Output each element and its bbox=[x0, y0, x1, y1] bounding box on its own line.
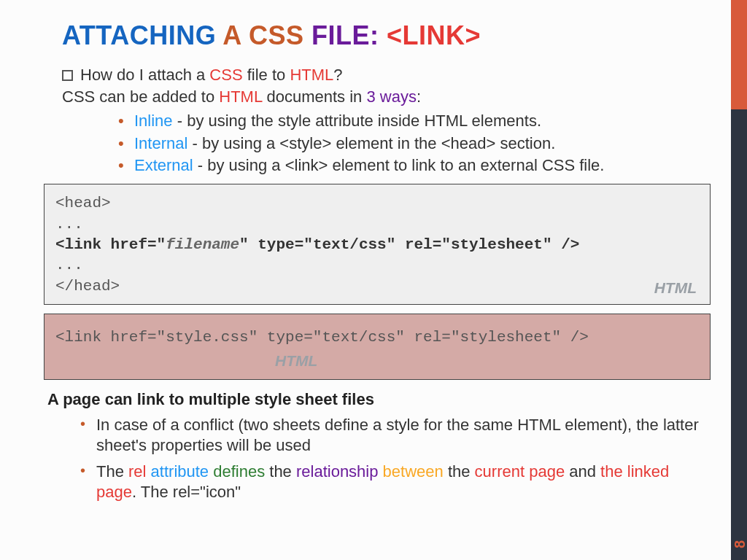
method-name: External bbox=[134, 156, 193, 174]
text: the bbox=[448, 462, 475, 481]
method-name: Internal bbox=[134, 134, 187, 152]
text: ? bbox=[333, 66, 342, 84]
sidebar-accent-top bbox=[731, 0, 747, 109]
code-label: HTML bbox=[275, 351, 595, 371]
sidebar-accent-bottom bbox=[731, 109, 747, 560]
intro-block: How do I attach a CSS file to HTML? CSS … bbox=[62, 64, 711, 107]
text: CSS can be added to bbox=[62, 88, 219, 106]
method-name: Inline bbox=[134, 112, 173, 130]
method-desc: - by using a <link> element to link to a… bbox=[193, 156, 605, 174]
list-item: External - by using a <link> element to … bbox=[118, 155, 711, 176]
text: How do I attach a bbox=[80, 66, 209, 84]
code-block-template: <head> ... <link href="filename" type="t… bbox=[44, 184, 711, 305]
list-item: Internal - by using a <style> element in… bbox=[118, 133, 711, 155]
text: The bbox=[96, 462, 128, 481]
code-label: HTML bbox=[654, 278, 697, 298]
code-block-example: <link href="style.css" type="text/css" r… bbox=[44, 314, 711, 379]
notes-list: In case of a conflict (two sheets define… bbox=[80, 415, 711, 503]
slide-content: ATTACHING A CSS FILE: <LINK> How do I at… bbox=[0, 0, 747, 523]
text: rel bbox=[128, 462, 151, 481]
list-item: Inline - by using the style attribute in… bbox=[118, 110, 711, 132]
text: 3 ways bbox=[366, 88, 416, 106]
code-line: ... bbox=[55, 255, 699, 276]
title-word: A bbox=[222, 20, 241, 50]
list-item: In case of a conflict (two sheets define… bbox=[80, 415, 711, 456]
text: filename bbox=[166, 236, 239, 253]
text: file to bbox=[243, 66, 290, 84]
text: current page bbox=[475, 462, 570, 481]
text: and bbox=[569, 462, 600, 481]
text: documents in bbox=[262, 88, 366, 106]
title-word: <LINK> bbox=[387, 20, 481, 50]
code-line: <link href="style.css" type="text/css" r… bbox=[55, 327, 699, 348]
text: " type="text/css" rel="stylesheet" /> bbox=[239, 236, 579, 253]
text: attribute bbox=[151, 462, 214, 481]
slide-title: ATTACHING A CSS FILE: <LINK> bbox=[62, 20, 711, 51]
title-word: FILE: bbox=[311, 20, 379, 50]
text: <link href=" bbox=[55, 236, 166, 253]
method-desc: - by using the style attribute inside HT… bbox=[173, 112, 541, 130]
text: CSS bbox=[209, 66, 242, 84]
text: between bbox=[383, 462, 448, 481]
code-line: ... bbox=[55, 214, 699, 235]
text: defines bbox=[213, 462, 269, 481]
page-number: 8 bbox=[732, 540, 747, 548]
intro-question: How do I attach a CSS file to HTML? bbox=[62, 64, 711, 86]
code-line: <link href="filename" type="text/css" re… bbox=[55, 235, 699, 255]
code-line: <head> bbox=[55, 193, 699, 214]
text: the bbox=[269, 462, 296, 481]
title-word: ATTACHING bbox=[62, 20, 216, 50]
methods-list: Inline - by using the style attribute in… bbox=[118, 110, 711, 176]
method-desc: - by using a <style> element in the <hea… bbox=[187, 134, 555, 152]
title-word: CSS bbox=[249, 20, 304, 50]
code-line: </head> bbox=[55, 276, 699, 297]
text: HTML bbox=[290, 66, 333, 84]
section-subhead: A page can link to multiple style sheet … bbox=[47, 390, 711, 409]
intro-line2: CSS can be added to HTML documents in 3 … bbox=[62, 86, 711, 108]
checkbox-bullet-icon bbox=[62, 70, 73, 81]
text: : bbox=[417, 88, 421, 106]
text: . The rel="icon" bbox=[132, 483, 241, 501]
text: HTML bbox=[219, 88, 262, 106]
list-item: The rel attribute defines the relationsh… bbox=[80, 462, 711, 502]
text: relationship bbox=[296, 462, 383, 481]
